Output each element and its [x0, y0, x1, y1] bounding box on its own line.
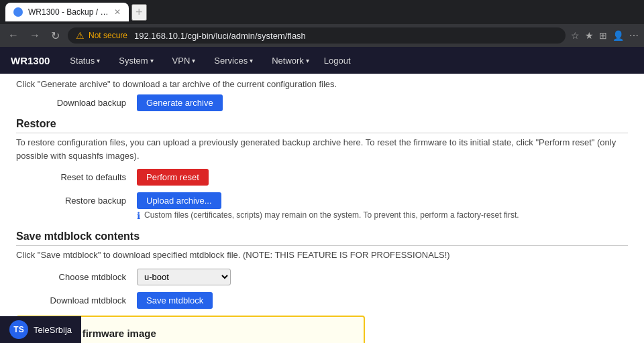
download-backup-row: Download backup Generate archive — [16, 94, 628, 111]
address-bar: ← → ↻ ⚠ Not secure 192.168.10.1/cgi-bin/… — [0, 24, 644, 47]
intro-text: Click "Generate archive" to download a t… — [16, 79, 628, 89]
restore-title: Restore — [16, 118, 628, 133]
tab-title: WR1300 - Backup / Flash Firmw... — [28, 7, 109, 17]
nav-item-system[interactable]: System ▾ — [115, 53, 157, 68]
nav-item-logout[interactable]: Logout — [324, 56, 351, 66]
perform-reset-button[interactable]: Perform reset — [137, 169, 209, 186]
reset-defaults-label: Reset to defaults — [16, 172, 137, 182]
address-right-icons: ☆ ★ ⊞ 👤 ⋯ — [571, 30, 639, 41]
nav-system-label: System — [119, 56, 148, 66]
telesrbija-footer: TS TeleSrbija — [0, 316, 81, 343]
nav-vpn-label: VPN — [172, 56, 191, 66]
telesrbija-logo: TS — [9, 320, 28, 339]
router-nav: WR1300 Status ▾ System ▾ VPN ▾ Services … — [0, 47, 644, 74]
nav-services-label: Services — [214, 56, 248, 66]
choose-mtdblock-row: Choose mtdblock u-boot kernel rootfs roo… — [16, 269, 628, 285]
url-text: 192.168.10.1/cgi-bin/luci/admin/system/f… — [134, 31, 306, 41]
menu-icon[interactable]: ⋯ — [629, 30, 639, 41]
svg-point-0 — [15, 9, 21, 15]
not-secure-label: Not secure — [89, 31, 127, 40]
nav-status-label: Status — [70, 56, 95, 66]
reload-button[interactable]: ↻ — [48, 28, 62, 44]
nav-system-arrow: ▾ — [150, 57, 154, 64]
profile-icon[interactable]: 👤 — [612, 30, 624, 41]
restore-info-row: ℹ Custom files (certificates, scripts) m… — [137, 210, 519, 221]
download-mtdblock-row: Download mtdblock Save mtdblock — [16, 292, 628, 309]
extensions-icon[interactable]: ⊞ — [599, 30, 607, 41]
active-tab[interactable]: WR1300 - Backup / Flash Firmw... ✕ — [5, 3, 129, 21]
tab-bar: WR1300 - Backup / Flash Firmw... ✕ + — [5, 3, 147, 21]
upload-archive-button[interactable]: Upload archive... — [137, 192, 221, 209]
new-tab-button[interactable]: + — [131, 4, 147, 21]
nav-services-arrow: ▾ — [250, 57, 253, 64]
mtdblock-section: Save mtdblock contents Click "Save mtdbl… — [16, 230, 628, 309]
not-secure-icon: ⚠ — [76, 30, 85, 41]
restore-backup-label: Restore backup — [16, 196, 137, 206]
mtdblock-select[interactable]: u-boot kernel rootfs rootfs_data — [137, 269, 231, 285]
restore-section: Restore To restore configuration files, … — [16, 118, 628, 221]
generate-archive-button[interactable]: Generate archive — [137, 94, 223, 111]
download-backup-label: Download backup — [16, 98, 137, 108]
nav-network-arrow: ▾ — [306, 57, 309, 64]
forward-button[interactable]: → — [27, 28, 43, 43]
page-content: Click "Generate archive" to download a t… — [0, 74, 644, 343]
info-icon: ℹ — [137, 210, 140, 221]
nav-vpn-arrow: ▾ — [192, 57, 195, 64]
mtdblock-desc: Click "Save mtdblock" to download specif… — [16, 249, 628, 262]
nav-item-network[interactable]: Network ▾ — [268, 53, 313, 68]
nav-item-vpn[interactable]: VPN ▾ — [168, 53, 200, 68]
telesrbija-brand: TeleSrbija — [34, 325, 72, 335]
nav-network-label: Network — [272, 56, 304, 66]
tab-favicon — [13, 7, 23, 17]
restore-backup-row: Restore backup Upload archive... ℹ Custo… — [16, 192, 628, 221]
download-mtdblock-label: Download mtdblock — [16, 295, 137, 305]
browser-chrome: WR1300 - Backup / Flash Firmw... ✕ + — [0, 0, 644, 24]
mtdblock-title: Save mtdblock contents — [16, 230, 628, 246]
nav-item-services[interactable]: Services ▾ — [210, 53, 257, 68]
star-icon[interactable]: ☆ — [571, 30, 580, 41]
choose-mtdblock-label: Choose mtdblock — [16, 272, 137, 282]
router-brand: WR1300 — [11, 55, 50, 66]
profile-bookmarks-icon[interactable]: ★ — [585, 30, 594, 41]
tab-close-button[interactable]: ✕ — [114, 7, 121, 17]
address-input[interactable]: ⚠ Not secure 192.168.10.1/cgi-bin/luci/a… — [68, 27, 566, 44]
save-mtdblock-button[interactable]: Save mtdblock — [137, 292, 213, 309]
nav-item-status[interactable]: Status ▾ — [66, 53, 104, 68]
back-button[interactable]: ← — [5, 28, 21, 43]
reset-defaults-row: Reset to defaults Perform reset — [16, 169, 628, 186]
nav-status-arrow: ▾ — [97, 57, 100, 64]
restore-info-text: Custom files (certificates, scripts) may… — [144, 210, 519, 220]
restore-desc: To restore configuration files, you can … — [16, 136, 628, 162]
